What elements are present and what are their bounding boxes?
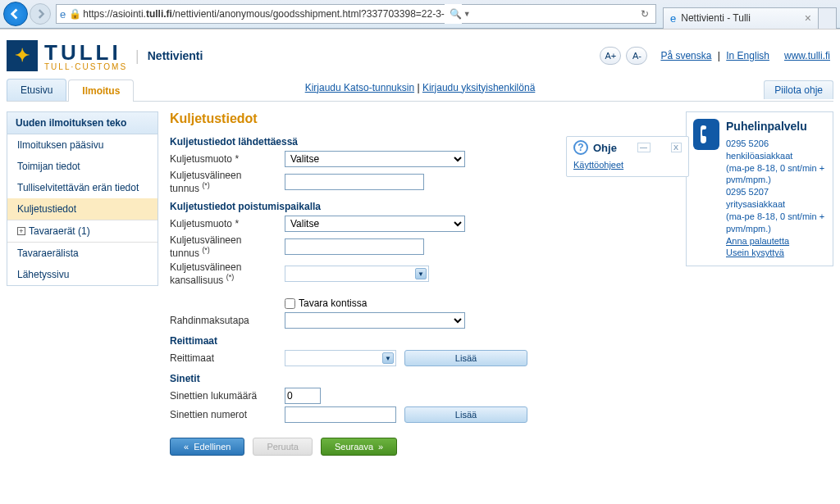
faq-link[interactable]: Usein kysyttyä xyxy=(726,247,784,257)
page-header: ✦ TULLI TULL·CUSTOMS | Nettivienti A+ A-… xyxy=(7,30,833,79)
section-heading-seals: Sinetit xyxy=(170,373,674,384)
label-seal-count: Sinettien lukumäärä xyxy=(170,390,285,402)
help-title: Ohje xyxy=(593,142,617,154)
help-link[interactable]: Käyttöohjeet xyxy=(573,160,682,170)
new-tab-button[interactable] xyxy=(819,7,837,29)
section-heading-route: Reittimaat xyxy=(170,335,674,347)
tab-title: Nettivienti - Tulli xyxy=(681,12,800,24)
sidebar-item-toimijan[interactable]: Toimijan tiedot xyxy=(7,156,158,177)
phone-service-panel: Puhelinpalvelu 0295 5206 henkilöasiakkaa… xyxy=(686,111,833,266)
login-private-link[interactable]: Kirjaudu yksityishenkilönä xyxy=(422,82,535,93)
logo-subtext: TULL·CUSTOMS xyxy=(44,62,127,71)
lang-sv-link[interactable]: På svenska xyxy=(660,50,711,61)
chevron-down-icon: ▼ xyxy=(415,268,427,279)
logo[interactable]: ✦ TULLI TULL·CUSTOMS xyxy=(7,40,127,71)
prev-button[interactable]: « Edellinen xyxy=(170,438,244,456)
app-title: Nettivienti xyxy=(148,49,203,62)
refresh-icon[interactable]: ↻ xyxy=(637,8,652,20)
select-transport-mode-dep[interactable]: Valitse xyxy=(285,151,465,167)
input-seal-count[interactable] xyxy=(285,388,321,404)
label-transport-nationality: Kuljetusvälineen kansallisuus (*) xyxy=(170,261,285,286)
font-decrease-button[interactable]: A- xyxy=(626,47,647,65)
phone-title: Puhelinpalvelu xyxy=(726,119,826,134)
font-increase-button[interactable]: A+ xyxy=(600,47,621,65)
add-route-button[interactable]: Lisää xyxy=(404,350,527,366)
label-transport-mode-exit: Kuljetusmuoto * xyxy=(170,218,285,229)
label-transport-id-dep: Kuljetusvälineen tunnus (*) xyxy=(170,170,285,194)
content: Kuljetustiedot ? Ohje — X Käyttöohjeet K… xyxy=(170,111,674,456)
phone-line-2b: (ma-pe 8-18, 0 snt/min + pvm/mpm.) xyxy=(726,211,826,235)
help-close-icon[interactable]: X xyxy=(671,143,682,152)
help-panel: ? Ohje — X Käyttöohjeet xyxy=(566,136,689,177)
input-transport-id-dep[interactable] xyxy=(285,174,424,190)
tab-ilmoitus[interactable]: Ilmoitus xyxy=(68,79,134,102)
sidebar-item-tavaraerat[interactable]: + Tavaraerät (1) xyxy=(7,220,158,243)
label-transport-id-exit: Kuljetusvälineen tunnus (*) xyxy=(170,234,285,259)
sidebar-item-tavaraeralista[interactable]: Tavaraerälista xyxy=(7,243,158,264)
chevron-down-icon: ▼ xyxy=(382,352,394,364)
add-seal-button[interactable]: Lisää xyxy=(404,406,527,423)
label-seal-numbers: Sinettien numerot xyxy=(170,409,285,420)
chevron-left-icon: « xyxy=(184,442,189,452)
select-transport-mode-exit[interactable]: Valitse xyxy=(285,216,465,232)
checkbox-container[interactable] xyxy=(285,298,295,309)
tab-close-icon[interactable]: × xyxy=(805,11,811,25)
info-icon: ? xyxy=(573,140,588,155)
site-link[interactable]: www.tulli.fi xyxy=(784,50,830,61)
url-bar[interactable]: e 🔒 https://asiointi.tulli.fi/nettivient… xyxy=(56,4,656,24)
phone-line-1a: 0295 5206 henkilöasiakkaat xyxy=(726,138,826,162)
browser-tab[interactable]: e Nettivienti - Tulli × xyxy=(663,7,819,29)
url-text: https://asiointi.tulli.fi/nettivienti/an… xyxy=(83,8,445,20)
browser-chrome: e 🔒 https://asiointi.tulli.fi/nettivient… xyxy=(0,0,840,29)
phone-line-2a: 0295 5207 yritysasiakkaat xyxy=(726,186,826,211)
lock-icon: 🔒 xyxy=(69,8,81,20)
input-transport-id-exit[interactable] xyxy=(285,238,424,255)
sidebar-title: Uuden ilmoituksen teko xyxy=(7,112,158,134)
url-dropdown-icon[interactable]: ▼ xyxy=(462,10,476,18)
nav-forward-button[interactable] xyxy=(30,3,51,25)
lang-en-link[interactable]: In English xyxy=(726,50,769,61)
sidebar: Uuden ilmoituksen teko Ilmoituksen pääsi… xyxy=(7,111,158,286)
ie-icon: e xyxy=(60,8,66,20)
feedback-link[interactable]: Anna palautetta xyxy=(726,236,789,246)
help-minimize-icon[interactable]: — xyxy=(637,143,651,152)
combo-transport-nationality[interactable]: ▼ xyxy=(285,266,429,282)
nav-back-button[interactable] xyxy=(3,2,28,26)
favicon-icon: e xyxy=(670,12,676,25)
logo-icon: ✦ xyxy=(7,40,38,71)
label-transport-mode-dep: Kuljetusmuoto * xyxy=(170,153,285,165)
next-button[interactable]: Seuraava » xyxy=(321,438,397,456)
label-container: Tavara kontissa xyxy=(299,297,367,309)
login-katso-link[interactable]: Kirjaudu Katso-tunnuksin xyxy=(305,82,414,93)
phone-icon xyxy=(693,119,719,150)
input-seal-numbers[interactable] xyxy=(285,406,396,423)
sidebar-item-paasivu[interactable]: Ilmoituksen pääsivu xyxy=(7,134,158,156)
tab-etusivu[interactable]: Etusivu xyxy=(7,79,66,101)
nav-tabs: Etusivu Ilmoitus Kirjaudu Katso-tunnuksi… xyxy=(7,79,833,102)
label-freight: Rahdinmaksutapa xyxy=(170,315,285,326)
chevron-right-icon: » xyxy=(378,442,383,452)
page-title: Kuljetustiedot xyxy=(170,111,674,126)
hide-help-button[interactable]: Piilota ohje xyxy=(764,80,833,99)
expand-icon[interactable]: + xyxy=(17,227,25,235)
sidebar-item-lahetys[interactable]: Lähetyssivu xyxy=(7,264,158,285)
sidebar-item-kuljetus[interactable]: Kuljetustiedot xyxy=(7,198,158,220)
label-route: Reittimaat xyxy=(170,352,285,364)
phone-line-1b: (ma-pe 8-18, 0 snt/min + pvm/mpm.) xyxy=(726,162,826,187)
sidebar-item-tulliselv[interactable]: Tulliselvitettävän erän tiedot xyxy=(7,177,158,198)
section-heading-exit: Kuljetustiedot poistumispaikalla xyxy=(170,201,674,212)
search-icon[interactable]: 🔍 xyxy=(445,4,462,24)
select-freight[interactable] xyxy=(285,312,465,329)
combo-route-country[interactable]: ▼ xyxy=(285,350,396,366)
cancel-button[interactable]: Peruuta xyxy=(253,438,313,456)
